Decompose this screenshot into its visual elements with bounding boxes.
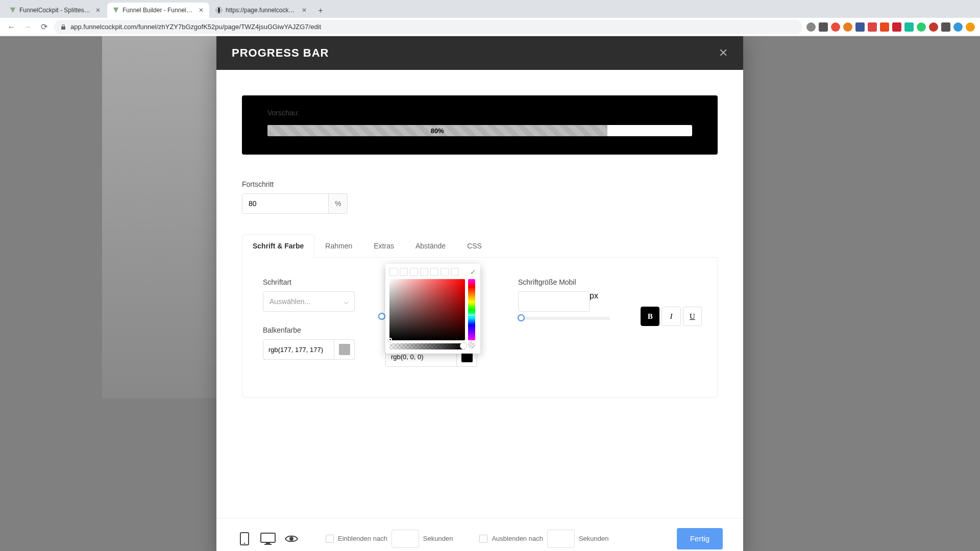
extension-icon[interactable] xyxy=(831,22,840,32)
size-slider[interactable] xyxy=(518,317,610,320)
ausblenden-label: Ausblenden nach xyxy=(492,535,543,542)
extension-icon[interactable] xyxy=(929,22,938,32)
alpha-slider[interactable] xyxy=(389,343,465,349)
chevron-down-icon: ⌵ xyxy=(344,297,348,306)
tab-schrift-farbe[interactable]: Schrift & Farbe xyxy=(242,234,314,258)
new-tab-button[interactable]: + xyxy=(313,4,328,18)
back-button[interactable]: ← xyxy=(5,21,17,33)
tab-css[interactable]: CSS xyxy=(456,234,493,257)
extension-icon[interactable] xyxy=(892,22,901,32)
avatar-icon[interactable] xyxy=(953,22,963,32)
browser-tab[interactable]: FunnelCockpit - Splittests, Ma ✕ xyxy=(4,3,106,18)
progress-text: 80% xyxy=(431,127,444,135)
size-mobil-input[interactable] xyxy=(518,291,590,312)
mobile-icon[interactable] xyxy=(237,531,252,546)
hue-slider[interactable] xyxy=(468,279,475,340)
extension-icon[interactable] xyxy=(855,22,865,32)
browser-tab[interactable]: Funnel Builder - FunnelCockpit ✕ xyxy=(107,3,209,18)
globe-icon xyxy=(215,7,223,14)
balkenfarbe-swatch[interactable] xyxy=(334,339,355,360)
progress-bar-modal: PROGRESS BAR ✕ Vorschau: 80% Fortschritt xyxy=(216,36,743,551)
ausblenden-input[interactable] xyxy=(547,530,575,548)
sekunden-label: Sekunden xyxy=(423,535,453,542)
forward-button[interactable]: → xyxy=(21,21,34,33)
close-icon[interactable]: ✕ xyxy=(301,7,307,13)
einblenden-input[interactable] xyxy=(391,530,419,548)
extension-icon[interactable] xyxy=(917,22,926,32)
einblenden-label: Einblenden nach xyxy=(338,535,387,542)
page-viewport: PROGRESS BAR ✕ Vorschau: 80% Fortschritt xyxy=(0,36,980,551)
italic-button[interactable]: I xyxy=(662,307,680,326)
select-placeholder: Auswählen... xyxy=(270,297,310,306)
tab-title: https://page.funnelcockpit.co xyxy=(226,7,298,14)
close-icon[interactable]: ✕ xyxy=(198,7,204,13)
extensions-row xyxy=(806,22,975,32)
color-swatch-preset[interactable] xyxy=(420,268,428,276)
extension-icon[interactable] xyxy=(966,22,975,32)
svg-rect-5 xyxy=(266,542,270,544)
size-mobil-label: Schriftgröße Mobil xyxy=(518,278,620,286)
close-icon[interactable]: ✕ xyxy=(95,7,101,13)
color-swatch-preset[interactable] xyxy=(389,268,398,276)
modal-body: Vorschau: 80% Fortschritt % Schri xyxy=(216,70,743,518)
color-swatch-preset[interactable] xyxy=(410,268,418,276)
extension-icon[interactable] xyxy=(868,22,877,32)
browser-toolbar: ← → ⟳ app.funnelcockpit.com/funnel/zhYZY… xyxy=(0,18,980,36)
preview-label: Vorschau: xyxy=(267,109,692,117)
address-bar[interactable]: app.funnelcockpit.com/funnel/zhYZY7bGzgo… xyxy=(54,20,802,34)
site-icon xyxy=(9,7,16,14)
slider-handle[interactable] xyxy=(518,314,525,321)
underline-button[interactable]: U xyxy=(683,307,702,326)
eye-icon[interactable] xyxy=(284,531,299,546)
format-buttons: B I U xyxy=(641,307,702,326)
einblenden-checkbox[interactable] xyxy=(326,535,334,543)
color-swatch-preset[interactable] xyxy=(400,268,408,276)
svg-rect-4 xyxy=(261,533,275,542)
progress-label: Fortschritt xyxy=(242,180,718,188)
schriftart-select[interactable]: Auswählen... ⌵ xyxy=(263,291,355,312)
color-swatch-preset[interactable] xyxy=(440,268,449,276)
sekunden-label: Sekunden xyxy=(579,535,609,542)
browser-tab[interactable]: https://page.funnelcockpit.co ✕ xyxy=(210,3,312,18)
tab-extras[interactable]: Extras xyxy=(363,234,405,257)
hue-cursor[interactable] xyxy=(467,314,476,316)
extension-icon[interactable] xyxy=(941,22,950,32)
tab-abstaende[interactable]: Abstände xyxy=(405,234,456,257)
desktop-icon[interactable] xyxy=(260,531,276,546)
saturation-picker[interactable] xyxy=(389,279,465,340)
color-swatch-preset[interactable] xyxy=(451,268,459,276)
balkenfarbe-input[interactable] xyxy=(263,339,334,360)
reload-button[interactable]: ⟳ xyxy=(38,21,50,33)
extension-icon[interactable] xyxy=(843,22,852,32)
alpha-reset[interactable] xyxy=(468,341,475,348)
size-unit: px xyxy=(590,291,598,312)
svg-point-3 xyxy=(244,542,246,544)
tab-rahmen[interactable]: Rahmen xyxy=(314,234,363,257)
color-swatch-preset[interactable] xyxy=(430,268,438,276)
modal-title: PROGRESS BAR xyxy=(232,46,329,60)
saturation-cursor[interactable] xyxy=(388,338,392,342)
bold-button[interactable]: B xyxy=(641,307,659,326)
tab-title: FunnelCockpit - Splittests, Ma xyxy=(19,7,92,14)
done-button[interactable]: Fertig xyxy=(677,528,723,549)
color-picker: ✓ xyxy=(385,264,480,354)
slider-handle[interactable] xyxy=(378,313,385,320)
svg-rect-6 xyxy=(264,544,272,545)
url-text: app.funnelcockpit.com/funnel/zhYZY7bGzgo… xyxy=(70,23,321,31)
background-image xyxy=(102,36,235,398)
settings-tabs: Schrift & Farbe Rahmen Extras Abstände C… xyxy=(242,234,718,258)
site-icon xyxy=(112,7,119,14)
extension-icon[interactable] xyxy=(904,22,914,32)
check-icon[interactable]: ✓ xyxy=(470,268,476,276)
schriftart-label: Schriftart xyxy=(263,278,365,286)
extension-icon[interactable] xyxy=(806,22,816,32)
progress-field: Fortschritt % xyxy=(242,180,718,214)
tab-title: Funnel Builder - FunnelCockpit xyxy=(122,7,195,14)
browser-tabbar: FunnelCockpit - Splittests, Ma ✕ Funnel … xyxy=(0,0,980,18)
progress-input[interactable] xyxy=(242,193,329,214)
ausblenden-checkbox[interactable] xyxy=(479,535,487,543)
extension-icon[interactable] xyxy=(880,22,889,32)
extension-icon[interactable] xyxy=(819,22,828,32)
close-icon[interactable]: ✕ xyxy=(719,46,728,60)
alpha-cursor[interactable] xyxy=(460,342,467,349)
